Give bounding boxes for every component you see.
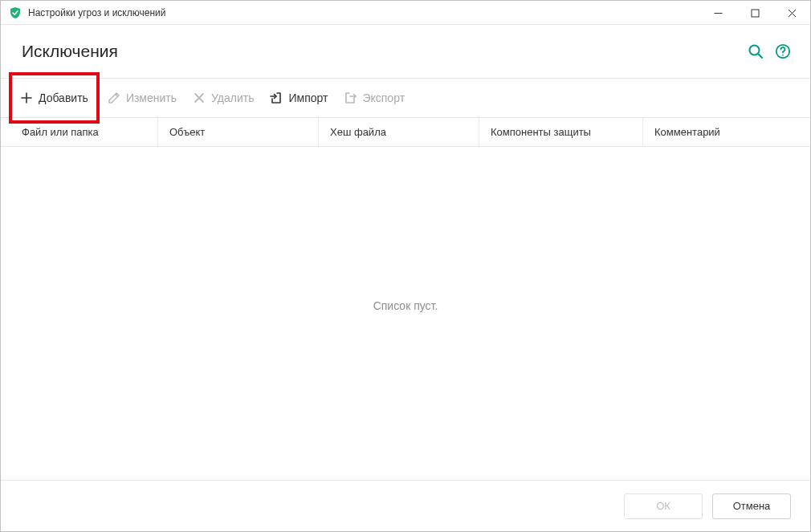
column-headers: Файл или папка Объект Хеш файла Компонен… (1, 118, 810, 147)
col-file-hash[interactable]: Хеш файла (319, 118, 479, 146)
svg-rect-1 (752, 10, 759, 17)
cancel-button[interactable]: Отмена (712, 493, 791, 519)
page-title: Исключения (22, 42, 748, 61)
edit-label: Изменить (126, 91, 177, 104)
close-button[interactable] (773, 1, 810, 25)
dialog-footer: ОК Отмена (1, 480, 810, 531)
ok-button[interactable]: ОК (624, 493, 703, 519)
import-button[interactable]: Импорт (262, 79, 336, 117)
maximize-icon (751, 9, 760, 18)
add-highlight: Добавить (9, 72, 100, 124)
maximize-button[interactable] (736, 1, 773, 25)
col-protection-components[interactable]: Компоненты защиты (479, 118, 643, 146)
titlebar: Настройки угроз и исключений (1, 1, 810, 25)
add-button[interactable]: Добавить (12, 79, 96, 117)
toolbar: Добавить Изменить Удалить (1, 78, 810, 118)
help-icon[interactable] (775, 43, 791, 59)
col-file-or-folder[interactable]: Файл или папка (1, 118, 158, 146)
export-icon (344, 91, 357, 104)
window-title: Настройки угроз и исключений (28, 7, 699, 18)
window: Настройки угроз и исключений Исключения (0, 0, 811, 532)
empty-state: Список пуст. (1, 147, 810, 480)
close-icon (788, 9, 797, 18)
app-shield-icon (9, 6, 22, 19)
import-label: Импорт (288, 91, 328, 104)
col-comment[interactable]: Комментарий (643, 118, 810, 146)
edit-button[interactable]: Изменить (100, 79, 185, 117)
x-icon (193, 91, 206, 104)
add-label: Добавить (39, 91, 88, 104)
header-actions (748, 43, 791, 59)
export-button[interactable]: Экспорт (336, 79, 413, 117)
search-icon[interactable] (748, 43, 764, 59)
minimize-icon (714, 9, 723, 18)
plus-icon (20, 91, 33, 104)
minimize-button[interactable] (699, 1, 736, 25)
window-controls (699, 1, 810, 24)
import-icon (270, 91, 283, 104)
export-label: Экспорт (362, 91, 405, 104)
pencil-icon (108, 91, 120, 104)
svg-line-5 (758, 54, 762, 58)
delete-button[interactable]: Удалить (185, 79, 262, 117)
col-object[interactable]: Объект (158, 118, 319, 146)
delete-label: Удалить (211, 91, 254, 104)
page-header: Исключения (1, 25, 810, 78)
svg-point-7 (782, 55, 784, 56)
